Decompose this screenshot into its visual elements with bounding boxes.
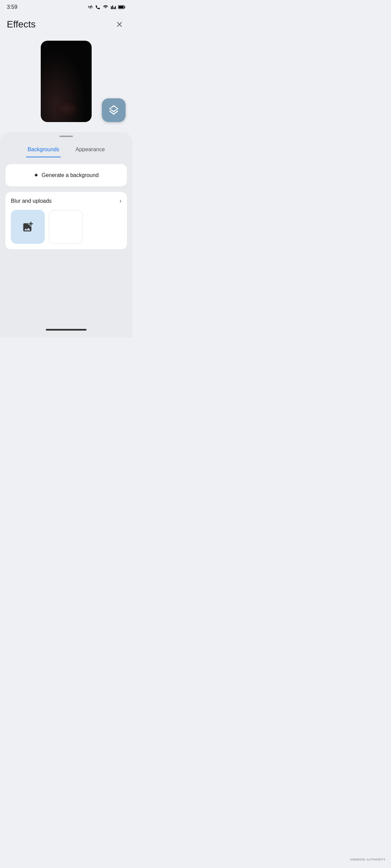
status-time: 3:59 bbox=[7, 4, 17, 10]
phone-icon bbox=[95, 4, 100, 10]
mute-icon bbox=[88, 4, 93, 10]
bottom-sheet: Backgrounds Appearance ✦ Generate a back… bbox=[0, 132, 132, 337]
add-photo-icon bbox=[22, 221, 34, 233]
svg-rect-2 bbox=[118, 6, 124, 8]
wifi-icon bbox=[103, 4, 109, 10]
content-area: ✦ Generate a background Blur and uploads… bbox=[0, 164, 132, 256]
preview-inner bbox=[41, 41, 92, 122]
preview-container bbox=[0, 37, 132, 132]
svg-rect-1 bbox=[125, 6, 125, 8]
signal-icon bbox=[111, 4, 116, 10]
blur-uploads-header[interactable]: Blur and uploads › bbox=[11, 197, 122, 204]
tab-backgrounds[interactable]: Backgrounds bbox=[26, 144, 60, 157]
blur-uploads-section: Blur and uploads › bbox=[5, 192, 127, 249]
header: Effects bbox=[0, 13, 132, 37]
battery-icon bbox=[118, 5, 126, 9]
sparkle-icon: ✦ bbox=[34, 172, 39, 179]
thumbnails-row bbox=[11, 210, 122, 244]
generate-btn-label: Generate a background bbox=[41, 172, 98, 178]
preview-face bbox=[56, 102, 76, 115]
layers-fab-button[interactable] bbox=[102, 98, 126, 122]
home-indicator bbox=[46, 329, 87, 331]
drag-handle bbox=[59, 136, 73, 137]
phone-preview bbox=[41, 41, 92, 122]
blur-thumbnail[interactable] bbox=[49, 210, 83, 244]
chevron-right-icon: › bbox=[119, 197, 122, 204]
page-title: Effects bbox=[7, 19, 36, 30]
layers-icon bbox=[108, 104, 120, 116]
status-icons bbox=[88, 4, 126, 10]
bottom-area bbox=[0, 256, 132, 337]
close-button[interactable] bbox=[113, 18, 126, 31]
close-icon bbox=[115, 20, 124, 28]
tab-appearance[interactable]: Appearance bbox=[74, 144, 106, 157]
status-bar: 3:59 bbox=[0, 0, 132, 13]
upload-image-button[interactable] bbox=[11, 210, 45, 244]
generate-background-button[interactable]: ✦ Generate a background bbox=[5, 164, 127, 186]
blur-uploads-title: Blur and uploads bbox=[11, 198, 52, 204]
tabs-container: Backgrounds Appearance bbox=[0, 144, 132, 157]
